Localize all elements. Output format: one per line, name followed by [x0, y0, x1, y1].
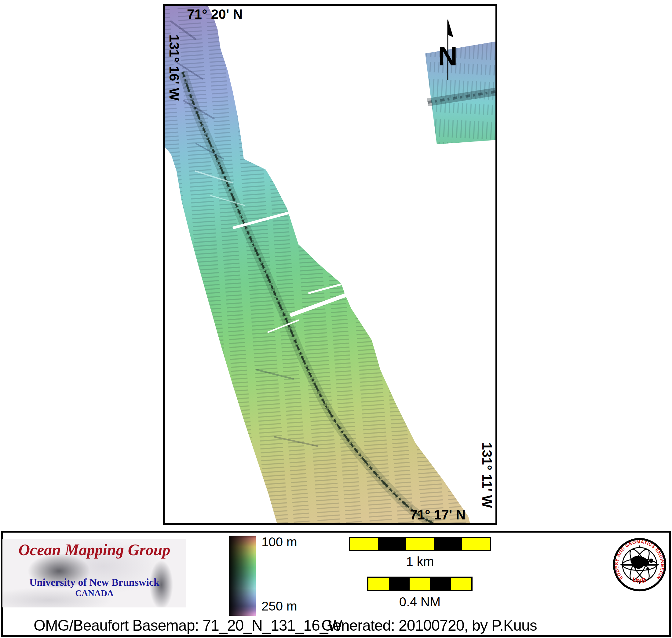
omg-logo-title: Ocean Mapping Group — [2, 541, 186, 559]
scalebar-segment — [368, 578, 389, 590]
omg-logo-institution: University of New Brunswick — [2, 576, 186, 588]
footer-basemap-text: OMG/Beaufort Basemap: 71_20_N_131_16_W — [34, 617, 342, 634]
scalebar-km — [349, 537, 491, 551]
scalebar-segment — [462, 538, 490, 550]
north-arrow: N — [438, 19, 458, 80]
omg-logo-country: CANADA — [2, 588, 186, 598]
scalebar-segment — [406, 538, 434, 550]
bathymetry-layers — [164, 5, 497, 525]
latitude-label-top: 71° 20' N — [187, 7, 243, 22]
scalebar-nm — [367, 576, 472, 591]
depth-colorbar — [229, 536, 256, 616]
scalebar-segment — [389, 578, 409, 590]
north-arrow-label: N — [438, 41, 458, 71]
depth-shallow-label: 100 m — [261, 535, 297, 549]
unb-seal: GEODESY AND GEOMATICS ENGINEERING UNB — [612, 537, 668, 592]
latitude-label-bottom: 71° 17' N — [410, 507, 466, 522]
longitude-label-right: 131° 11' W — [480, 442, 494, 508]
scalebar-segment — [410, 578, 430, 590]
depth-deep-label: 250 m — [261, 599, 297, 614]
scalebar-km-label: 1 km — [349, 554, 491, 569]
scalebar-segment — [430, 578, 450, 590]
footer-generated-text: Generated: 20100720, by P.Kuus — [321, 617, 537, 634]
omg-logo: Ocean Mapping Group University of New Br… — [2, 539, 186, 607]
scalebar-segment — [350, 538, 378, 550]
scalebar-nm-label: 0.4 NM — [367, 594, 472, 609]
longitude-label-left: 131° 16' W — [167, 35, 182, 101]
scalebar-segment — [451, 578, 471, 590]
scalebar-segment — [378, 538, 406, 550]
scalebar-segment — [434, 538, 462, 550]
